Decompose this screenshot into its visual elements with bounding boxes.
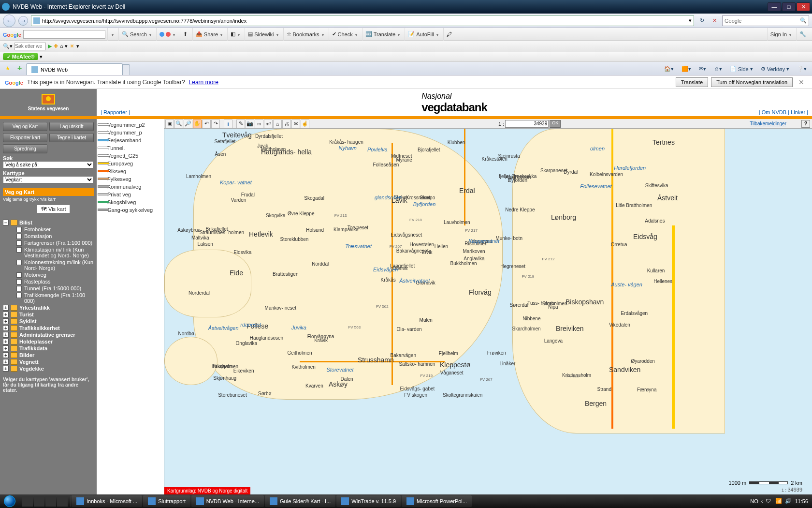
- tab-nvdb[interactable]: NVDB Web: [26, 63, 123, 75]
- mcafee-badge[interactable]: ✓ McAfee®: [3, 53, 38, 60]
- aux-home[interactable]: ⌂ ▾: [60, 43, 68, 49]
- refresh-button[interactable]: ↻: [697, 16, 707, 26]
- help-icon[interactable]: ❔▾: [795, 65, 809, 73]
- translate-bar: Google This page is in Norwegian. Transl…: [0, 75, 812, 89]
- gbtn-search[interactable]: 🔍 Search: [118, 28, 154, 41]
- home-icon[interactable]: 🏠▾: [662, 65, 676, 73]
- mcafee-dd[interactable]: ▾: [40, 54, 43, 60]
- minimize-button[interactable]: —: [768, 2, 781, 11]
- google-logo-2: Google: [5, 77, 23, 87]
- feed-icon[interactable]: 🟧▾: [679, 65, 694, 73]
- window-title: NVDB Web - Internet Explorer levert av D…: [13, 3, 768, 10]
- page-menu[interactable]: 📄 Side▾: [727, 65, 755, 73]
- google-search-input[interactable]: [23, 30, 105, 39]
- gbtn-nav[interactable]: [156, 28, 178, 41]
- google-toolbar: Google 🔍 Search ⬆ 📤 Share ◧ ▤ Sidewiki ☆…: [0, 28, 812, 41]
- stop-button[interactable]: ✕: [710, 16, 719, 26]
- gsearch-dropdown[interactable]: [107, 28, 116, 41]
- gbtn-translate[interactable]: 🔤 Translate: [362, 28, 403, 41]
- gbtn-share[interactable]: 📤 Share: [192, 28, 225, 41]
- gbtn-misc1[interactable]: ◧: [227, 28, 243, 41]
- translate-button[interactable]: Translate: [676, 77, 708, 87]
- mcafee-toolbar: ✓ McAfee® ▾: [0, 52, 812, 62]
- window-titlebar: NVDB Web - Internet Explorer levert av D…: [0, 0, 812, 14]
- translate-off-button[interactable]: Turn off Norwegian translation: [711, 77, 793, 87]
- signin-button[interactable]: Sign In: [767, 28, 794, 41]
- close-button[interactable]: ✕: [797, 2, 810, 11]
- gbtn-autofill[interactable]: 📝 AutoFill: [405, 28, 441, 41]
- search-icon[interactable]: 🔍: [800, 17, 807, 24]
- aux-opt1[interactable]: ▾: [76, 43, 79, 49]
- address-bar[interactable]: ▾: [31, 15, 694, 26]
- browser-search[interactable]: 🔍: [722, 15, 809, 26]
- gbtn-wrench[interactable]: 🔧: [796, 28, 809, 41]
- tab-favicon: [31, 66, 38, 73]
- tab-strip: ★ ✚ NVDB Web 🏠▾ 🟧▾ ✉▾ 🖨▾ 📄 Side▾ ⚙ Verkt…: [0, 62, 812, 75]
- dropdown-icon[interactable]: ▾: [689, 17, 692, 24]
- new-tab-button[interactable]: [122, 64, 130, 75]
- browser-navbar: ← → ▾ ↻ ✕ 🔍: [0, 14, 812, 28]
- gbtn-up[interactable]: ⬆: [180, 28, 190, 41]
- maximize-button[interactable]: □: [782, 2, 796, 11]
- fav-add-icon[interactable]: ✚: [14, 63, 24, 73]
- mail-icon[interactable]: ✉▾: [696, 65, 709, 73]
- search-input[interactable]: [725, 18, 800, 24]
- gbtn-bookmarks[interactable]: ☆ Bookmarks: [283, 28, 327, 41]
- forward-button[interactable]: →: [18, 16, 28, 26]
- aux-search-icon[interactable]: 🔍▾: [3, 43, 13, 49]
- translate-learn-more[interactable]: Learn more: [189, 79, 218, 86]
- translate-close[interactable]: ✕: [796, 78, 807, 86]
- aux-search-input[interactable]: [14, 43, 46, 50]
- gbtn-sidewiki[interactable]: ▤ Sidewiki: [245, 28, 281, 41]
- tools-menu[interactable]: ⚙ Verktøy▾: [758, 65, 792, 73]
- aux-go[interactable]: ▶: [48, 43, 52, 49]
- ie-icon: [2, 3, 10, 11]
- tab-title: NVDB Web: [41, 67, 68, 73]
- aux-add[interactable]: ✚: [54, 43, 58, 49]
- google-logo: Google: [3, 30, 21, 38]
- translate-msg: This page is in Norwegian. Translate it …: [27, 79, 185, 86]
- print-icon[interactable]: 🖨▾: [711, 65, 725, 73]
- back-button[interactable]: ←: [3, 15, 15, 27]
- fav-star-icon[interactable]: ★: [3, 63, 13, 73]
- url-input[interactable]: [42, 18, 689, 24]
- gbtn-check[interactable]: ✔ Check: [329, 28, 360, 41]
- aux-toolbar: 🔍▾ ▶ ✚ ⌂ ▾ ☀ ▾: [0, 41, 812, 52]
- site-favicon: [33, 17, 40, 24]
- gbtn-highlight[interactable]: 🖍: [443, 28, 455, 41]
- aux-sun[interactable]: ☀: [70, 43, 74, 49]
